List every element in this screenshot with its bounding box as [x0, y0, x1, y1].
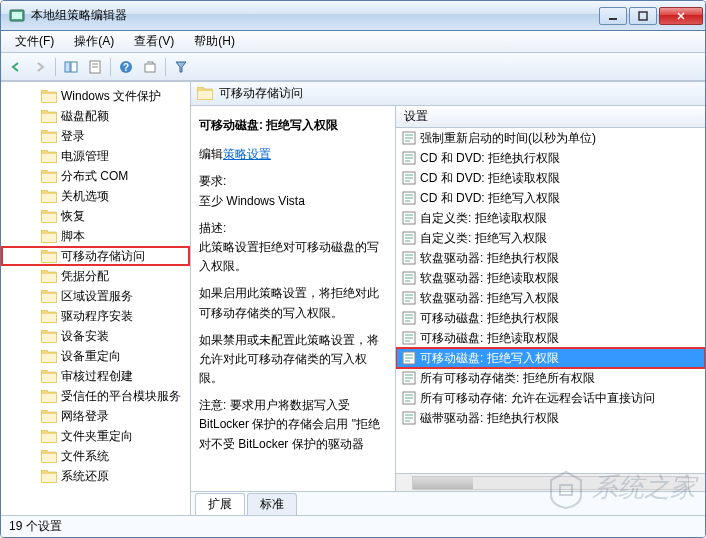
- tree-item-label: 区域设置服务: [61, 288, 133, 305]
- policy-icon: [402, 331, 416, 345]
- tree-item-label: 分布式 COM: [61, 168, 128, 185]
- list-item-label: CD 和 DVD: 拒绝写入权限: [420, 190, 560, 207]
- list-item-label: CD 和 DVD: 拒绝读取权限: [420, 170, 560, 187]
- list-item[interactable]: CD 和 DVD: 拒绝写入权限: [396, 188, 705, 208]
- tab-standard[interactable]: 标准: [247, 493, 297, 515]
- list-item-label: 所有可移动存储类: 拒绝所有权限: [420, 370, 595, 387]
- menu-help[interactable]: 帮助(H): [184, 31, 245, 52]
- tree-item[interactable]: 脚本: [1, 226, 190, 246]
- detail-pane[interactable]: 可移动磁盘: 拒绝写入权限 编辑策略设置 要求: 至少 Windows Vist…: [191, 106, 396, 491]
- folder-icon: [41, 90, 57, 103]
- forward-button[interactable]: [29, 56, 51, 78]
- list-pane: 设置 强制重新启动的时间(以秒为单位)CD 和 DVD: 拒绝执行权限CD 和 …: [396, 106, 705, 491]
- minimize-button[interactable]: [599, 7, 627, 25]
- detail-title: 可移动磁盘: 拒绝写入权限: [199, 116, 387, 135]
- policy-icon: [402, 251, 416, 265]
- list-item[interactable]: 自定义类: 拒绝读取权限: [396, 208, 705, 228]
- titlebar[interactable]: 本地组策略编辑器: [1, 1, 705, 31]
- tree-item[interactable]: 凭据分配: [1, 266, 190, 286]
- edit-policy-link[interactable]: 策略设置: [223, 147, 271, 161]
- properties-button[interactable]: [84, 56, 106, 78]
- tree-item-label: 凭据分配: [61, 268, 109, 285]
- menu-action[interactable]: 操作(A): [64, 31, 124, 52]
- list-item[interactable]: 可移动磁盘: 拒绝读取权限: [396, 328, 705, 348]
- folder-icon: [41, 270, 57, 283]
- tab-extended[interactable]: 扩展: [195, 493, 245, 515]
- folder-icon: [41, 170, 57, 183]
- list-item[interactable]: 磁带驱动器: 拒绝执行权限: [396, 408, 705, 428]
- tree-item[interactable]: 设备重定向: [1, 346, 190, 366]
- tree-item[interactable]: 电源管理: [1, 146, 190, 166]
- tree-item-label: 文件系统: [61, 448, 109, 465]
- folder-icon: [41, 190, 57, 203]
- filter-button[interactable]: [170, 56, 192, 78]
- policy-icon: [402, 231, 416, 245]
- folder-icon: [41, 470, 57, 483]
- tree-item-label: 驱动程序安装: [61, 308, 133, 325]
- list-item[interactable]: 所有可移动存储: 允许在远程会话中直接访问: [396, 388, 705, 408]
- tree-item[interactable]: 分布式 COM: [1, 166, 190, 186]
- tree-item[interactable]: Windows 文件保护: [1, 86, 190, 106]
- back-button[interactable]: [5, 56, 27, 78]
- list-item-label: 自定义类: 拒绝写入权限: [420, 230, 547, 247]
- tree-item[interactable]: 驱动程序安装: [1, 306, 190, 326]
- policy-icon: [402, 371, 416, 385]
- tree-item[interactable]: 恢复: [1, 206, 190, 226]
- tree-item[interactable]: 设备安装: [1, 326, 190, 346]
- tree-item-label: 文件夹重定向: [61, 428, 133, 445]
- tree-item[interactable]: 系统还原: [1, 466, 190, 486]
- list-item-label: 强制重新启动的时间(以秒为单位): [420, 130, 596, 147]
- tree-item-label: 设备安装: [61, 328, 109, 345]
- list-item[interactable]: 软盘驱动器: 拒绝读取权限: [396, 268, 705, 288]
- tree-item[interactable]: 磁盘配额: [1, 106, 190, 126]
- toolbar-separator: [165, 58, 166, 76]
- list-item[interactable]: 自定义类: 拒绝写入权限: [396, 228, 705, 248]
- list-body[interactable]: 强制重新启动的时间(以秒为单位)CD 和 DVD: 拒绝执行权限CD 和 DVD…: [396, 128, 705, 473]
- close-button[interactable]: [659, 7, 703, 25]
- folder-icon: [41, 370, 57, 383]
- list-column-header[interactable]: 设置: [396, 106, 705, 128]
- policy-icon: [402, 211, 416, 225]
- tree-pane[interactable]: Windows 文件保护磁盘配额登录电源管理分布式 COM关机选项恢复脚本可移动…: [1, 82, 191, 515]
- help-button[interactable]: ?: [115, 56, 137, 78]
- svg-rect-7: [639, 12, 647, 20]
- scroll-thumb[interactable]: [413, 477, 473, 489]
- folder-icon: [41, 150, 57, 163]
- list-item[interactable]: CD 和 DVD: 拒绝读取权限: [396, 168, 705, 188]
- folder-icon: [41, 450, 57, 463]
- list-item[interactable]: 可移动磁盘: 拒绝写入权限: [396, 348, 705, 368]
- list-item[interactable]: 强制重新启动的时间(以秒为单位): [396, 128, 705, 148]
- folder-icon: [197, 87, 213, 100]
- tree-item[interactable]: 区域设置服务: [1, 286, 190, 306]
- tree-item[interactable]: 受信任的平台模块服务: [1, 386, 190, 406]
- statusbar: 19 个设置: [1, 515, 705, 537]
- list-item[interactable]: 软盘驱动器: 拒绝执行权限: [396, 248, 705, 268]
- menu-view[interactable]: 查看(V): [124, 31, 184, 52]
- list-item[interactable]: 软盘驱动器: 拒绝写入权限: [396, 288, 705, 308]
- folder-icon: [41, 330, 57, 343]
- tree-item[interactable]: 文件系统: [1, 446, 190, 466]
- export-button[interactable]: [139, 56, 161, 78]
- list-item[interactable]: 所有可移动存储类: 拒绝所有权限: [396, 368, 705, 388]
- svg-rect-17: [145, 64, 155, 72]
- folder-icon: [41, 130, 57, 143]
- maximize-button[interactable]: [629, 7, 657, 25]
- list-item-label: 软盘驱动器: 拒绝执行权限: [420, 250, 559, 267]
- tree-item-label: 恢复: [61, 208, 85, 225]
- tree-item-label: 磁盘配额: [61, 108, 109, 125]
- main-pane: 可移动存储访问 可移动磁盘: 拒绝写入权限 编辑策略设置 要求: 至少 Wind…: [191, 82, 705, 515]
- list-item[interactable]: 可移动磁盘: 拒绝执行权限: [396, 308, 705, 328]
- list-item[interactable]: CD 和 DVD: 拒绝执行权限: [396, 148, 705, 168]
- tree-item[interactable]: 关机选项: [1, 186, 190, 206]
- tree-item[interactable]: 网络登录: [1, 406, 190, 426]
- policy-icon: [402, 311, 416, 325]
- tree-item[interactable]: 登录: [1, 126, 190, 146]
- show-hide-tree-button[interactable]: [60, 56, 82, 78]
- description-text: 此策略设置拒绝对可移动磁盘的写入权限。: [199, 238, 387, 276]
- menu-file[interactable]: 文件(F): [5, 31, 64, 52]
- tree-item[interactable]: 审核过程创建: [1, 366, 190, 386]
- tree-item[interactable]: 文件夹重定向: [1, 426, 190, 446]
- tree-item[interactable]: 可移动存储访问: [1, 246, 190, 266]
- folder-icon: [41, 230, 57, 243]
- horizontal-scrollbar[interactable]: [396, 473, 705, 491]
